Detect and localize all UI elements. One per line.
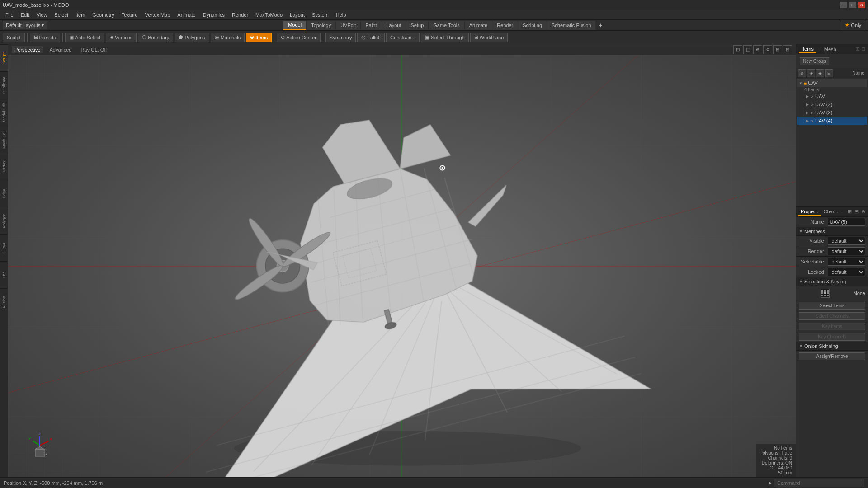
tab-mesh[interactable]: Mesh (821, 46, 839, 53)
select-channels-button[interactable]: Select Channels (799, 312, 865, 320)
viewport-icon-5[interactable]: ⊞ (773, 45, 782, 54)
action-center-button[interactable]: ⊙ Action Center (277, 33, 321, 42)
viewport[interactable]: Perspective Advanced Ray GL: Off ⊡ ◫ ⊕ ⚙… (8, 44, 796, 477)
props-icon-3[interactable]: ⊕ (860, 208, 866, 216)
tree-item-uav1[interactable]: ▶ ⊳ UAV (797, 92, 867, 100)
selectable-prop-select[interactable]: default (828, 258, 865, 266)
tab-scripting[interactable]: Scripting (518, 21, 547, 30)
sidebar-tab-polygon[interactable]: Polygon (0, 207, 8, 234)
minimize-button[interactable]: ─ (840, 2, 847, 8)
tab-items[interactable]: Items (799, 45, 816, 53)
add-tab-button[interactable]: + (596, 21, 605, 30)
presets-button[interactable]: ⊞ Presets (30, 33, 60, 42)
selection-keying-section[interactable]: ▼ Selection & Keying (796, 277, 868, 286)
tab-game-tools[interactable]: Game Tools (429, 21, 464, 30)
sidebar-tab-mesh-edit[interactable]: Mesh Edit (0, 126, 8, 153)
symmetry-button[interactable]: Symmetry (326, 33, 356, 42)
viewport-icon-6[interactable]: ⊟ (783, 45, 792, 54)
viewport-canvas[interactable]: X Y Z No Items Polygons : Face (8, 55, 796, 477)
menu-maxtomodo[interactable]: MaxToModo (252, 10, 286, 19)
viewport-advanced[interactable]: Advanced (47, 46, 74, 53)
menu-view[interactable]: View (33, 10, 51, 19)
members-section[interactable]: ▼ Members (796, 227, 868, 236)
tab-uvedit[interactable]: UVEdit (336, 21, 360, 30)
props-icon-2[interactable]: ⊟ (854, 208, 859, 216)
panel-expand-icon[interactable]: ⊞ (855, 46, 859, 52)
select-through-button[interactable]: ▣ Select Through (421, 33, 468, 42)
boundary-button[interactable]: ⬡ Boundary (138, 33, 173, 42)
tab-model[interactable]: Model (283, 21, 306, 30)
tab-schematic-fusion[interactable]: Schematic Fusion (547, 21, 595, 30)
menu-dynamics[interactable]: Dynamics (199, 10, 228, 19)
key-channels-button[interactable]: Key Channels (799, 333, 865, 341)
sidebar-tab-uv[interactable]: UV (0, 261, 8, 288)
tab-channels[interactable]: Chan ... (821, 208, 844, 216)
sidebar-tab-duplicate[interactable]: Duplicate (0, 71, 8, 99)
sidebar-tab-sculpt[interactable]: Sculpt (0, 44, 8, 71)
tab-setup[interactable]: Setup (406, 21, 429, 30)
tree-root-uav[interactable]: ▼ ■ UAV (797, 79, 867, 87)
only-button[interactable]: ★ Only (841, 21, 865, 29)
tab-layout[interactable]: Layout (382, 21, 406, 30)
new-group-button[interactable]: New Group (800, 57, 829, 65)
props-icon-1[interactable]: ⊞ (847, 208, 853, 216)
auto-select-button[interactable]: ▣ Auto Select (65, 33, 104, 42)
viewport-icon-4[interactable]: ⚙ (763, 45, 772, 54)
panel-icon-2[interactable]: ◈ (807, 69, 815, 77)
menu-system[interactable]: System (308, 10, 332, 19)
command-input[interactable] (774, 479, 864, 487)
workplane-button[interactable]: ⊞ WorkPlane (470, 33, 508, 42)
tree-item-uav2[interactable]: ▶ ⊳ UAV (2) (797, 100, 867, 108)
viewport-icon-3[interactable]: ⊕ (753, 45, 762, 54)
layout-dropdown[interactable]: Default Layouts ▾ (3, 21, 47, 29)
close-button[interactable]: ✕ (858, 2, 865, 8)
render-prop-select[interactable]: default (828, 247, 865, 255)
select-items-button[interactable]: Select Items (799, 302, 865, 310)
polygons-button[interactable]: ⬟ Polygons (175, 33, 209, 42)
tab-animate[interactable]: Animate (465, 21, 492, 30)
viewport-icon-2[interactable]: ◫ (743, 45, 752, 54)
name-prop-input[interactable] (828, 218, 865, 226)
sculpt-button[interactable]: Sculpt (3, 33, 25, 42)
maximize-button[interactable]: □ (849, 2, 856, 8)
assign-remove-button[interactable]: Assign/Remove (799, 352, 865, 360)
menu-select[interactable]: Select (51, 10, 72, 19)
panel-icon-4[interactable]: ⊟ (825, 69, 833, 77)
menu-vertex-map[interactable]: Vertex Map (142, 10, 174, 19)
menu-geometry[interactable]: Geometry (89, 10, 118, 19)
vertices-button[interactable]: ◈ Vertices (106, 33, 137, 42)
tab-paint[interactable]: Paint (361, 21, 381, 30)
key-items-button[interactable]: Key Items (799, 323, 865, 330)
sidebar-tab-vertex[interactable]: Vertex (0, 153, 8, 180)
menu-file[interactable]: File (2, 10, 17, 19)
menu-texture[interactable]: Texture (118, 10, 142, 19)
menu-edit[interactable]: Edit (17, 10, 33, 19)
viewport-icon-1[interactable]: ⊡ (733, 45, 742, 54)
visible-prop-select[interactable]: default (828, 237, 865, 245)
items-button[interactable]: ⊕ Items (246, 33, 272, 42)
constrain-button[interactable]: Constrain... (386, 33, 420, 42)
panel-icon-3[interactable]: ◉ (816, 69, 824, 77)
tab-topology[interactable]: Topology (307, 21, 335, 30)
tab-properties[interactable]: Prope... (798, 208, 821, 216)
sidebar-tab-fusion[interactable]: Fusion (0, 288, 8, 315)
viewport-ray-gl[interactable]: Ray GL: Off (78, 46, 109, 53)
menu-layout[interactable]: Layout (286, 10, 308, 19)
sidebar-tab-curve[interactable]: Curve (0, 234, 8, 261)
menu-help[interactable]: Help (332, 10, 350, 19)
sidebar-tab-edge[interactable]: Edge (0, 180, 8, 207)
materials-button[interactable]: ◉ Materials (211, 33, 245, 42)
menu-render[interactable]: Render (228, 10, 252, 19)
tab-render[interactable]: Render (492, 21, 518, 30)
onion-skinning-section[interactable]: ▼ Onion Skinning (796, 342, 868, 351)
sidebar-tab-model-edit[interactable]: Model Edit (0, 99, 8, 126)
panel-collapse-icon[interactable]: ⊟ (861, 46, 865, 52)
tree-item-uav3[interactable]: ▶ ⊳ UAV (3) (797, 108, 867, 117)
falloff-button[interactable]: ◎ Falloff (357, 33, 385, 42)
tree-item-uav4[interactable]: ▶ ⊳ UAV (4) (797, 117, 867, 125)
locked-prop-select[interactable]: default (828, 268, 865, 276)
panel-icon-1[interactable]: ⊕ (798, 69, 806, 77)
menu-item[interactable]: Item (72, 10, 89, 19)
viewport-perspective[interactable]: Perspective (12, 46, 43, 53)
menu-animate[interactable]: Animate (174, 10, 199, 19)
